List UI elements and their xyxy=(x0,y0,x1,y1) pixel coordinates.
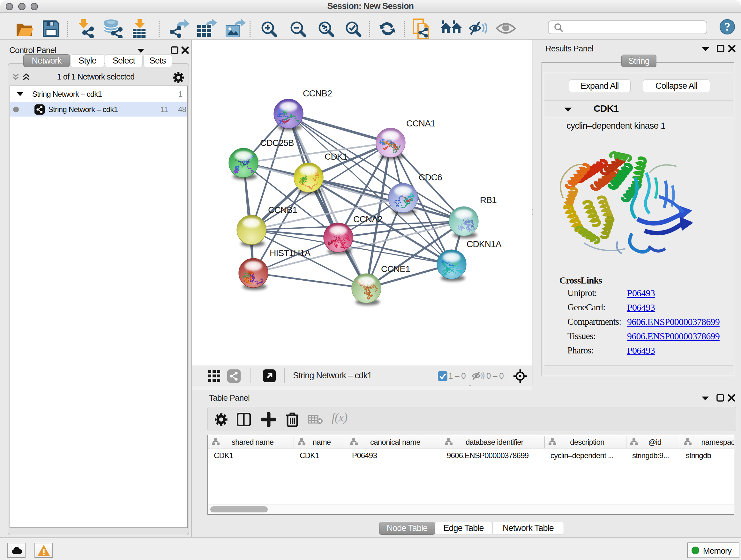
svg-text:CCNE1: CCNE1 xyxy=(381,264,410,274)
svg-text:CDC25B: CDC25B xyxy=(260,138,294,148)
svg-text:CDK1: CDK1 xyxy=(325,152,347,162)
svg-text:RB1: RB1 xyxy=(480,195,496,205)
svg-text:CDKN1A: CDKN1A xyxy=(467,239,502,249)
svg-text:CCNB1: CCNB1 xyxy=(268,205,297,215)
svg-text:CCNA2: CCNA2 xyxy=(353,214,382,224)
svg-text:HIST1H1A: HIST1H1A xyxy=(270,248,311,258)
svg-text:?: ? xyxy=(724,20,730,33)
svg-text:CCNA1: CCNA1 xyxy=(406,118,435,128)
svg-text:CDC6: CDC6 xyxy=(419,172,442,182)
svg-text:CCNB2: CCNB2 xyxy=(303,88,332,98)
